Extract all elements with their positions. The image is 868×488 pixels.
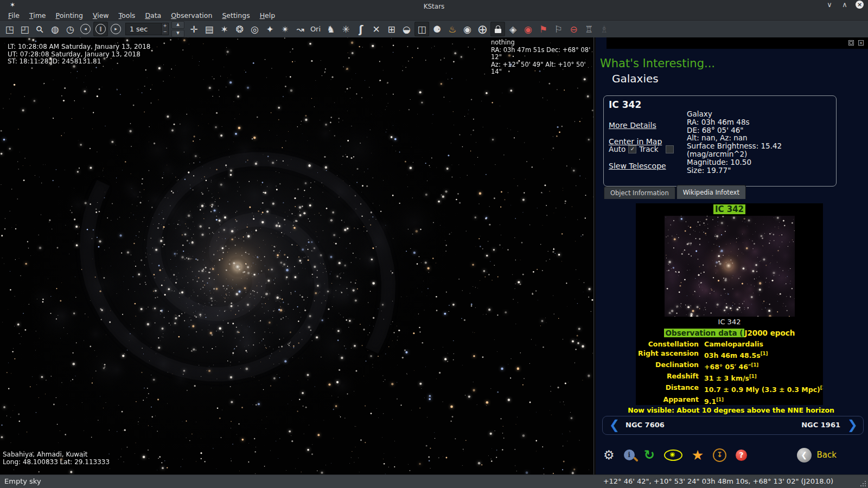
menu-pointing[interactable]: Pointing [51, 11, 88, 20]
time-step-spinbox[interactable]: 1 sec + − ▲ ▼ [125, 21, 184, 37]
wikipedia-infotext[interactable]: IC 342 IC 342 Observation data (J2000 ep… [636, 203, 823, 405]
menu-help[interactable]: Help [255, 11, 280, 20]
maximize-icon[interactable]: ∧ [840, 1, 849, 9]
next-object-arrow-icon[interactable]: ❯ [847, 418, 858, 432]
details-info-icon[interactable]: i [624, 450, 635, 460]
menu-observation[interactable]: Observation [166, 11, 217, 20]
show-comet-trails-icon[interactable]: ↝ [293, 22, 308, 36]
pointing-target-icon[interactable]: ✛ [187, 22, 201, 36]
favorite-star-icon[interactable]: ★ [692, 447, 704, 463]
close-icon[interactable]: × [856, 1, 864, 9]
lock-position-icon[interactable] [490, 22, 505, 36]
observatory-icon[interactable]: ♖ [582, 22, 596, 36]
constellation-lines-icon[interactable]: ✳ [339, 22, 353, 36]
show-stars-icon[interactable]: ✶ [217, 22, 232, 36]
remove-label-icon[interactable]: ⊖ [566, 22, 581, 36]
menu-settings[interactable]: Settings [217, 11, 254, 20]
time-info-overlay: LT: 10:28:08 AM Saturday, January 13, 20… [8, 43, 150, 66]
horizon-icon[interactable]: ◒ [399, 22, 414, 36]
observation-label: Right ascension [638, 349, 699, 360]
zoom-to-fit-icon[interactable]: ◰ [17, 22, 32, 36]
close-panel-icon[interactable]: × [858, 40, 864, 46]
time-unit-down-icon[interactable]: ▼ [171, 30, 184, 37]
find-object-icon[interactable]: ⚲ [33, 22, 47, 36]
constellation-art-icon[interactable]: ♞ [323, 22, 338, 36]
time-step-increment[interactable]: + − [162, 23, 169, 35]
observation-row: ConstellationCamelopardalis [638, 340, 821, 349]
add-flag-icon[interactable]: ⚑ [536, 22, 551, 36]
tab-object-information[interactable]: Object Information [604, 187, 675, 199]
show-supernovae-icon[interactable]: ✦ [263, 22, 277, 36]
observation-value: 31 ± 3 km/s[1] [704, 372, 757, 383]
pause-icon[interactable]: ‖ [93, 22, 108, 36]
time-step-minus-icon[interactable]: − [162, 29, 168, 35]
geolocation-icon[interactable]: ◍ [48, 22, 62, 36]
menu-file[interactable]: File [3, 11, 24, 20]
overlay-line: RA: 03h 47m 51s Dec: +68° 08' 12" [491, 47, 593, 61]
set-time-icon[interactable]: ◷ [63, 22, 78, 36]
observation-value: +68° 05′ 46″[1] [704, 361, 758, 371]
track-checkbox[interactable] [666, 145, 674, 153]
indi-control-icon[interactable]: ⚈ [430, 22, 444, 36]
previous-object-label[interactable]: NGC 7606 [626, 421, 665, 429]
equatorial-grid-icon[interactable]: ⊞ [384, 22, 399, 36]
observation-data-header: Observation data (J2000 epoch [636, 329, 823, 337]
mount-disabled-icon[interactable]: ♗ [597, 22, 611, 36]
observation-value: 03h 46m 48.5s[1] [704, 349, 768, 360]
settings-gear-icon[interactable]: ⚙ [603, 448, 615, 462]
color-scheme-icon[interactable]: ◈ [506, 22, 520, 36]
hips-overlay-icon[interactable]: ◉ [460, 22, 475, 36]
overlay-line: Galaxy [687, 110, 782, 118]
overlay-line: nothing [491, 39, 593, 47]
show-deepsky-icon[interactable]: ❂ [232, 22, 247, 36]
auto-checkbox[interactable]: ✓ [628, 145, 636, 153]
step-forward-icon[interactable]: ▸ [108, 22, 123, 36]
previous-object-arrow-icon[interactable]: ❮ [609, 418, 620, 432]
back-chevron-icon[interactable]: ❮ [797, 448, 812, 463]
observation-row: Apparent magnitude (V)9.1[1] [638, 395, 821, 405]
time-unit-up-icon[interactable]: ▲ [171, 21, 184, 29]
step-backward-icon[interactable]: ◂ [78, 22, 93, 36]
show-solar-system-icon[interactable]: ◎ [247, 22, 262, 36]
object-nav-bar: ❮ NGC 7606 NGC 1961 ❯ [602, 416, 864, 435]
overlay-line: (mag/arcmin^2) [687, 150, 782, 158]
sky-image-icon[interactable]: ▤ [202, 22, 216, 36]
milky-way-icon[interactable]: ʃ [354, 22, 368, 36]
menu-view[interactable]: View [88, 11, 114, 20]
select-region-icon[interactable]: ◳ [2, 22, 17, 36]
more-details-link[interactable]: More Details [609, 121, 656, 130]
help-icon[interactable]: ? [736, 450, 747, 461]
fov-symbol-icon[interactable]: ♨ [445, 22, 459, 36]
sky-map[interactable]: LT: 10:28:08 AM Saturday, January 13, 20… [0, 37, 593, 474]
minimize-icon[interactable]: ∨ [825, 1, 834, 9]
time-step-plus-icon[interactable]: + [162, 23, 168, 29]
sky-map-canvas[interactable] [0, 37, 593, 474]
slew-telescope-link[interactable]: Slew Telescope [609, 162, 666, 170]
overlay-line: Size: 19.77" [687, 166, 782, 175]
telescope-crosshair-icon[interactable]: ⊕ [475, 22, 490, 36]
constellation-names-icon[interactable]: Ori [308, 22, 323, 36]
tab-wikipedia-infotext[interactable]: Wikipedia Infotext [676, 185, 746, 199]
back-button[interactable]: ❮Back [797, 448, 837, 463]
show-satellites-icon[interactable]: ✴ [278, 22, 292, 36]
flag-icon[interactable]: ⚐ [551, 22, 566, 36]
reload-icon[interactable]: ↻ [644, 447, 655, 463]
status-bar: Empty sky +12° 46' 42", +10° 53' 24" 03h… [0, 474, 868, 488]
time-step-value[interactable]: 1 sec [125, 23, 162, 35]
observation-label: Redshift [638, 372, 699, 383]
dock-title-strip: × [607, 37, 868, 49]
download-icon[interactable]: ↧ [713, 448, 726, 462]
next-object-label[interactable]: NGC 1961 [801, 421, 840, 429]
resize-grip-icon[interactable] [858, 479, 866, 486]
overlay-line: Az: +12° 50' 49" Alt: +10° 50' 14" [491, 61, 593, 76]
record-object-icon[interactable]: ◉ [521, 22, 535, 36]
menu-tools[interactable]: Tools [114, 11, 141, 20]
dock-windows-icon[interactable]: ◫ [414, 22, 429, 36]
float-panel-icon[interactable] [848, 40, 854, 46]
auto-track-row: Auto ✓ Track [609, 145, 674, 153]
menu-data[interactable]: Data [140, 11, 166, 20]
menu-time[interactable]: Time [24, 11, 51, 20]
object-info-box: IC 342 More Details Center in Map Auto ✓… [603, 95, 837, 187]
visibility-eye-icon[interactable] [664, 450, 682, 461]
constellation-boundaries-icon[interactable]: ✕ [369, 22, 384, 36]
